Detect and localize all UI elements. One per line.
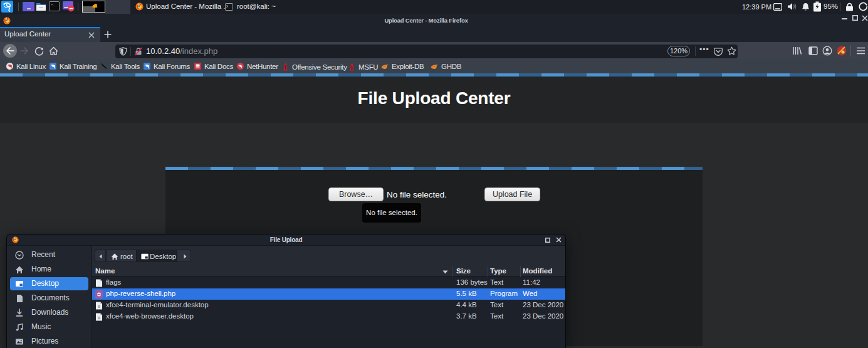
svg-text:>_: >_ [51,3,55,7]
